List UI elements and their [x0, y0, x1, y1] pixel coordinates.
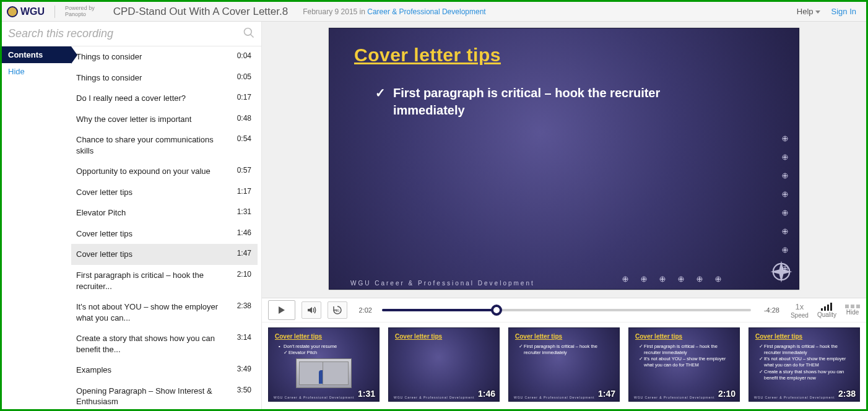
date-text: February 9 2015 in — [303, 7, 367, 16]
toc-item[interactable]: Create a story that shows how you can be… — [71, 328, 258, 360]
toc-item-label: Create a story that shows how you can be… — [76, 333, 231, 355]
thumb-time: 2:38 — [838, 389, 856, 399]
quality-control[interactable]: Quality — [817, 302, 836, 318]
search-row — [2, 22, 261, 46]
toc-item[interactable]: Why the cover letter is important0:48 — [71, 109, 258, 130]
thumb-line: First paragraph is critical – hook the r… — [639, 344, 733, 356]
toc-item-time: 3:14 — [237, 333, 251, 355]
toc-item-label: It's not about YOU – show the employer w… — [76, 301, 231, 323]
speed-value: 1x — [796, 302, 804, 311]
toc-item-label: Examples — [76, 365, 231, 376]
toc-item-time: 0:04 — [237, 51, 251, 63]
compass-icon — [676, 274, 686, 284]
slide-title: Cover letter tips — [354, 45, 774, 66]
brand-logo[interactable]: WGU — [7, 6, 45, 17]
compass-icon — [620, 274, 630, 284]
toc-item-time: 0:17 — [237, 93, 251, 104]
thumb-title: Cover letter tips — [635, 333, 733, 340]
contents-list[interactable]: Things to consider0:04Things to consider… — [71, 46, 261, 409]
compass-icon — [780, 189, 790, 199]
toc-item-label: Cover letter tips — [76, 228, 231, 240]
thumbnail[interactable]: Cover letter tips1:46WGU Career & Profes… — [388, 327, 500, 402]
quality-label: Quality — [817, 311, 836, 318]
toc-item[interactable]: First paragraph is critical – hook the r… — [71, 265, 258, 296]
toc-item-time: 0:05 — [237, 72, 251, 84]
hide-panel-link[interactable]: Hide — [2, 63, 71, 80]
toc-item[interactable]: Cover letter tips1:46 — [71, 223, 258, 244]
quality-bars-icon — [821, 302, 832, 311]
toc-item[interactable]: Chance to share your communications skil… — [71, 129, 258, 161]
top-bar: WGU Powered by Panopto CPD-Stand Out Wit… — [2, 2, 866, 22]
thumb-time: 1:47 — [598, 389, 615, 399]
thumb-time: 1:46 — [478, 389, 495, 399]
volume-button[interactable] — [302, 301, 321, 319]
current-time: 2:02 — [354, 306, 372, 314]
thumbnail[interactable]: Cover letter tipsFirst paragraph is crit… — [749, 327, 860, 402]
search-icon[interactable] — [243, 27, 255, 41]
toc-item[interactable]: Do I really need a cover letter?0:17 — [71, 88, 258, 109]
toc-item[interactable]: Things to consider0:04 — [71, 46, 258, 67]
thumb-footer: WGU Career & Professional Development — [514, 396, 594, 399]
compass-icon — [780, 208, 790, 218]
thumbnail[interactable]: Cover letter tipsDon't restate your resu… — [268, 327, 380, 402]
thumbnail[interactable]: Cover letter tipsFirst paragraph is crit… — [628, 327, 740, 402]
speed-control[interactable]: 1x Speed — [791, 302, 809, 319]
toc-item[interactable]: Cover letter tips1:17 — [71, 182, 258, 203]
toc-item-label: Things to consider — [76, 72, 231, 84]
sign-in-link[interactable]: Sign In — [831, 7, 856, 16]
thumb-footer: WGU Career & Professional Development — [634, 396, 714, 399]
toc-item[interactable]: Elevator Pitch1:31 — [71, 202, 258, 223]
toc-item[interactable]: It's not about YOU – show the employer w… — [71, 296, 258, 328]
left-tabs: Contents Hide — [2, 46, 71, 409]
compass-icon — [780, 134, 790, 144]
recording-title: CPD-Stand Out With A Cover Letter.8 — [113, 6, 289, 18]
recording-meta: February 9 2015 in Career & Professional… — [303, 7, 486, 16]
progress-fill — [382, 309, 497, 311]
thumb-lines: Don't restate your resumeElevator Pitch — [275, 344, 373, 356]
thumb-line: Don't restate your resume — [279, 344, 373, 350]
check-icon: ✓ — [375, 84, 386, 119]
play-button[interactable] — [268, 300, 295, 320]
thumb-lines: First paragraph is critical – hook the r… — [515, 344, 613, 356]
thumbnail[interactable]: Cover letter tipsFirst paragraph is crit… — [508, 327, 620, 402]
left-panel: Contents Hide Things to consider0:04Thin… — [2, 22, 262, 409]
thumb-line: It's not about YOU – show the employer w… — [639, 356, 733, 368]
thumb-lines: First paragraph is critical – hook the r… — [635, 344, 733, 369]
tab-contents[interactable]: Contents — [2, 46, 71, 63]
toc-item[interactable]: Opportunity to expound on your value0:57 — [71, 161, 258, 182]
hide-label: Hide — [846, 309, 859, 316]
thumb-line: First paragraph is critical – hook the r… — [759, 344, 853, 356]
thumb-line: Elevator Pitch — [279, 350, 373, 356]
toc-item[interactable]: Things to consider0:05 — [71, 67, 258, 89]
compass-icon — [780, 227, 790, 236]
compass-icon — [780, 245, 790, 255]
help-label: Help — [797, 7, 814, 16]
compass-icon — [780, 264, 790, 274]
progress-handle[interactable] — [491, 305, 502, 316]
chevron-down-icon — [815, 11, 820, 14]
toc-item-time: 1:47 — [237, 249, 251, 260]
folder-link[interactable]: Career & Professional Development — [367, 7, 485, 16]
thumb-lines: First paragraph is critical – hook the r… — [755, 344, 853, 381]
slide-bullet: ✓ First paragraph is critical – hook the… — [375, 84, 697, 119]
toc-item[interactable]: Examples3:49 — [71, 360, 258, 381]
toc-item-time: 1:17 — [237, 187, 251, 198]
rewind-10-button[interactable]: 10 — [328, 301, 347, 319]
speed-label: Speed — [791, 312, 809, 319]
toc-item-label: Do I really need a cover letter? — [76, 93, 231, 104]
slide-footer: WGU Career & Professional Development — [350, 280, 535, 287]
player-controls: 10 2:02 -4:28 1x Speed Quality — [262, 298, 866, 322]
help-menu[interactable]: Help — [797, 7, 820, 16]
svg-point-0 — [245, 28, 252, 36]
toc-item-label: Opening Paragraph – Show Interest & Enth… — [76, 386, 231, 407]
thumbnail-strip[interactable]: Cover letter tipsDon't restate your resu… — [262, 322, 866, 409]
toc-item[interactable]: Cover letter tips1:47 — [71, 244, 258, 265]
thumb-line: Create a story that shows how you can be… — [759, 369, 853, 381]
thumb-title: Cover letter tips — [395, 333, 493, 340]
toc-item-time: 1:46 — [237, 228, 251, 240]
toc-item[interactable]: Opening Paragraph – Show Interest & Enth… — [71, 381, 258, 409]
toc-item-time: 1:31 — [237, 207, 251, 218]
hide-thumbs-control[interactable]: Hide — [845, 305, 860, 316]
progress-bar[interactable] — [382, 309, 751, 311]
search-input[interactable] — [8, 27, 243, 40]
